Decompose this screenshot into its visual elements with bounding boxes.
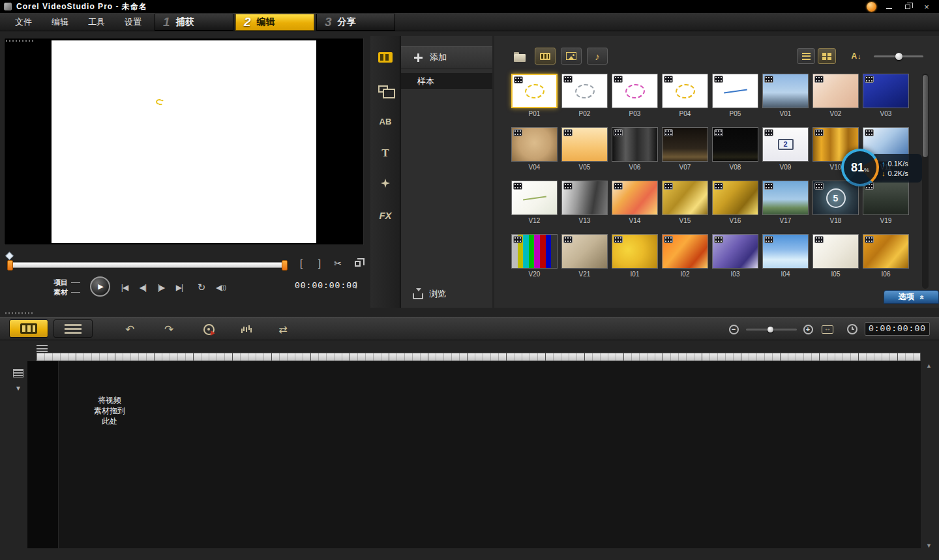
library-item[interactable]: P03 <box>611 74 661 127</box>
menu-item[interactable]: 工具 <box>78 13 115 31</box>
video-track-header[interactable] <box>27 361 59 548</box>
nav-title[interactable]: AB <box>370 108 400 134</box>
library-item-thumbnail[interactable] <box>712 181 758 215</box>
sound-mixer-button[interactable] <box>237 320 256 338</box>
nav-transition[interactable] <box>370 77 400 103</box>
library-item[interactable]: 2 V09 <box>762 127 812 181</box>
library-item[interactable]: I05 <box>812 234 862 287</box>
slider-thumb[interactable] <box>895 53 902 60</box>
trim-start-handle[interactable] <box>7 260 13 271</box>
duration-button[interactable] <box>845 320 859 338</box>
library-item-thumbnail[interactable] <box>511 181 558 215</box>
list-view-button[interactable] <box>797 48 815 64</box>
library-item-thumbnail[interactable] <box>762 234 809 269</box>
library-item-thumbnail[interactable] <box>612 234 658 269</box>
zoom-in-button[interactable]: + <box>801 320 815 338</box>
library-item[interactable]: I03 <box>711 234 762 287</box>
timeline-timecode[interactable]: 0:00:00:00 <box>865 322 930 336</box>
library-item[interactable]: V16 <box>711 181 762 234</box>
library-item-thumbnail[interactable] <box>612 74 658 108</box>
library-item[interactable]: V15 <box>661 181 711 234</box>
filter-audio-button[interactable]: ♪ <box>587 48 608 65</box>
nav-media[interactable] <box>370 44 400 70</box>
sort-button[interactable]: A ↓ <box>846 48 866 64</box>
menu-item[interactable]: 编辑 <box>42 13 78 31</box>
next-frame-button[interactable]: |▶ <box>153 281 170 294</box>
minimize-button[interactable] <box>882 2 895 12</box>
storyboard-view-button[interactable] <box>9 319 48 338</box>
library-item-thumbnail[interactable] <box>561 181 608 215</box>
library-item[interactable]: V05 <box>561 127 611 181</box>
library-item[interactable]: V03 <box>862 74 912 127</box>
library-item[interactable]: V13 <box>561 181 611 234</box>
library-item[interactable]: I01 <box>611 234 661 287</box>
undo-button[interactable]: ↶ <box>120 320 140 338</box>
video-track[interactable]: 将视频 素材拖到 此处 <box>59 361 921 548</box>
grid-view-button[interactable] <box>818 48 836 64</box>
split-clip-button[interactable]: ✂ <box>330 256 346 271</box>
library-item[interactable]: I02 <box>661 234 711 287</box>
library-item-thumbnail[interactable] <box>612 127 658 162</box>
step-tab[interactable]: 2 编辑 <box>235 14 314 31</box>
thumbnail-size-slider[interactable] <box>874 55 923 57</box>
go-start-button[interactable]: |◀ <box>116 281 133 294</box>
ripple-edit-button[interactable]: ⇄ <box>273 320 293 338</box>
clip-mode-label[interactable]: 素材 <box>53 287 68 297</box>
library-item-thumbnail[interactable] <box>511 74 558 108</box>
library-item-thumbnail[interactable] <box>662 127 708 162</box>
browse-button[interactable]: 浏览 <box>401 285 492 303</box>
library-item-thumbnail[interactable] <box>561 74 608 108</box>
memory-percent-badge[interactable]: 81 % <box>841 149 879 186</box>
timeline-view-button[interactable] <box>53 319 93 338</box>
library-item-thumbnail[interactable] <box>561 127 608 162</box>
play-button[interactable]: ▶ <box>90 276 110 297</box>
library-item[interactable]: V01 <box>762 74 812 127</box>
library-item[interactable]: P01 <box>511 74 561 127</box>
library-item-thumbnail[interactable] <box>863 74 909 108</box>
library-item[interactable]: P04 <box>661 74 711 127</box>
mark-out-button[interactable]: ] <box>312 256 327 271</box>
nav-text[interactable]: T <box>370 140 400 166</box>
library-item-thumbnail[interactable]: 2 <box>762 127 809 162</box>
library-item[interactable]: V08 <box>711 127 762 181</box>
library-item[interactable]: V12 <box>511 181 561 234</box>
library-item-thumbnail[interactable] <box>712 127 758 162</box>
library-item[interactable]: V21 <box>561 234 611 287</box>
library-item[interactable]: I04 <box>762 234 812 287</box>
spin-down-icon[interactable]: ▼ <box>354 286 358 289</box>
library-item-thumbnail[interactable] <box>863 234 909 269</box>
menu-item[interactable]: 文件 <box>5 13 42 31</box>
slider-thumb[interactable] <box>768 327 773 332</box>
mark-in-button[interactable]: [ <box>293 256 309 271</box>
filter-photo-button[interactable] <box>561 48 582 65</box>
menu-item[interactable]: 设置 <box>115 13 151 31</box>
previous-frame-button[interactable]: ◀| <box>134 281 151 294</box>
redo-button[interactable]: ↷ <box>159 320 179 338</box>
library-item-thumbnail[interactable] <box>511 234 558 269</box>
library-item[interactable]: V14 <box>611 181 661 234</box>
library-item[interactable]: V02 <box>812 74 862 127</box>
volume-button[interactable]: ◀ <box>213 281 230 294</box>
timeline-ruler[interactable] <box>36 353 921 361</box>
library-item-thumbnail[interactable] <box>812 234 859 269</box>
record-capture-button[interactable] <box>199 320 218 338</box>
speed-ball-icon[interactable] <box>867 2 876 12</box>
timeline-zoom-slider[interactable] <box>746 329 797 331</box>
library-item-thumbnail[interactable] <box>662 74 708 108</box>
close-button[interactable]: × <box>920 2 933 12</box>
zoom-out-button[interactable]: − <box>726 320 741 338</box>
network-monitor-overlay[interactable]: ↑ 0.1K/s ↓ 0.2K/s 81 % <box>841 149 923 188</box>
scrub-marker[interactable] <box>5 252 14 260</box>
scroll-up-icon[interactable]: ▲ <box>926 362 932 369</box>
filter-video-button[interactable] <box>535 48 556 65</box>
track-dropdown-icon[interactable]: ▼ <box>15 385 22 392</box>
step-tab[interactable]: 3 分享 <box>316 14 395 31</box>
library-item[interactable]: V19 <box>862 181 912 234</box>
timecode-spinner[interactable]: ▲ ▼ <box>354 280 358 289</box>
trim-end-handle[interactable] <box>282 260 288 271</box>
library-item[interactable]: V07 <box>661 127 711 181</box>
library-item[interactable]: P02 <box>561 74 611 127</box>
project-mode-label[interactable]: 项目 <box>53 278 68 287</box>
step-tab[interactable]: 1 捕获 <box>155 14 233 31</box>
library-item[interactable]: V17 <box>762 181 812 234</box>
